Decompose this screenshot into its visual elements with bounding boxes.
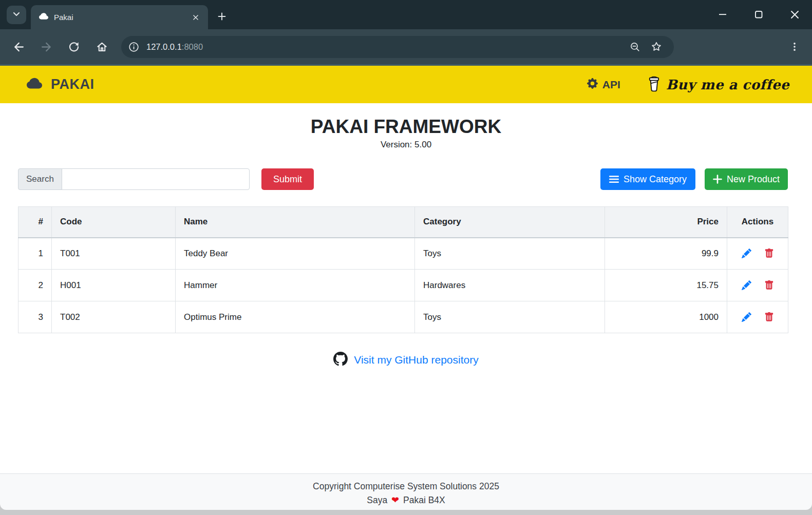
new-product-label: New Product xyxy=(727,174,780,185)
cell-category: Toys xyxy=(415,238,605,270)
new-product-button[interactable]: New Product xyxy=(705,168,788,190)
github-repo-link[interactable]: Visit my GitHub repository xyxy=(354,354,478,366)
url-bar[interactable]: 127.0.0.1:8080 xyxy=(121,36,674,58)
pencil-icon xyxy=(742,249,751,258)
tagline-suffix: Pakai B4X xyxy=(403,495,445,505)
trash-icon xyxy=(764,249,774,258)
cell-price: 99.9 xyxy=(605,238,727,270)
tab-close-button[interactable] xyxy=(190,11,202,24)
github-row: Visit my GitHub repository xyxy=(0,352,812,368)
controls-row: Search Submit Show Category New Product xyxy=(18,168,788,190)
edit-button[interactable] xyxy=(742,312,751,322)
cell-name: Hammer xyxy=(176,270,415,301)
url-port: :8080 xyxy=(182,42,203,51)
maximize-button[interactable] xyxy=(748,4,769,25)
app-navbar: PAKAI API Buy me a coffee xyxy=(0,66,812,103)
browser-window: Pakai xyxy=(0,0,812,515)
edit-button[interactable] xyxy=(742,249,751,258)
cell-name: Teddy Bear xyxy=(176,238,415,270)
products-table: # Code Name Category Price Actions 1 T00… xyxy=(18,206,788,333)
header-num: # xyxy=(18,207,52,238)
table-row: 2 H001 Hammer Hardwares 15.75 xyxy=(18,270,788,301)
show-category-button[interactable]: Show Category xyxy=(600,168,695,190)
pencil-icon xyxy=(742,312,751,322)
gear-icon xyxy=(587,78,598,91)
home-icon xyxy=(96,41,108,53)
edit-button[interactable] xyxy=(742,280,751,290)
url-text: 127.0.0.1:8080 xyxy=(146,42,625,52)
cloud-favicon-icon xyxy=(39,12,48,23)
header-actions: Actions xyxy=(727,207,788,238)
cell-price: 15.75 xyxy=(605,270,727,301)
tab-search-button[interactable] xyxy=(7,6,26,24)
hamburger-icon xyxy=(609,175,619,183)
close-window-button[interactable] xyxy=(784,4,805,25)
api-label: API xyxy=(602,79,620,91)
minimize-button[interactable] xyxy=(712,4,733,25)
search-input[interactable] xyxy=(62,168,250,190)
desktop-edge xyxy=(0,510,812,515)
cell-num: 3 xyxy=(18,301,52,333)
minimize-icon xyxy=(716,8,729,21)
plus-icon xyxy=(713,175,722,184)
reload-icon xyxy=(68,41,80,53)
github-icon xyxy=(333,352,348,368)
chevron-down-icon xyxy=(11,8,22,22)
page-version: Version: 5.00 xyxy=(0,140,812,150)
submit-button[interactable]: Submit xyxy=(261,168,314,190)
coffee-label: Buy me a coffee xyxy=(666,77,789,92)
cell-price: 1000 xyxy=(605,301,727,333)
delete-button[interactable] xyxy=(764,280,774,290)
table-header-row: # Code Name Category Price Actions xyxy=(18,207,788,238)
cell-category: Toys xyxy=(415,301,605,333)
header-category: Category xyxy=(415,207,605,238)
delete-button[interactable] xyxy=(764,249,774,258)
window-controls xyxy=(712,4,805,25)
trash-icon xyxy=(764,280,774,290)
home-button[interactable] xyxy=(91,36,112,57)
forward-button[interactable] xyxy=(36,36,56,57)
cloud-logo-icon xyxy=(25,76,44,93)
cell-code: H001 xyxy=(52,270,176,301)
kebab-menu-icon xyxy=(789,41,800,52)
page-content: PAKAI FRAMEWORK Version: 5.00 Search Sub… xyxy=(0,103,812,473)
coffee-cup-icon xyxy=(647,75,661,94)
table-row: 3 T002 Optimus Prime Toys 1000 xyxy=(18,301,788,333)
forward-arrow-icon xyxy=(40,41,53,53)
browser-tab[interactable]: Pakai xyxy=(31,5,208,29)
tab-title: Pakai xyxy=(54,13,190,22)
cell-num: 1 xyxy=(18,238,52,270)
delete-button[interactable] xyxy=(764,312,774,322)
close-icon xyxy=(788,8,801,21)
cell-actions xyxy=(727,301,788,333)
api-link[interactable]: API xyxy=(587,78,620,91)
cell-actions xyxy=(727,270,788,301)
back-arrow-icon xyxy=(12,41,25,53)
table-row: 1 T001 Teddy Bear Toys 99.9 xyxy=(18,238,788,270)
navbar-right: API Buy me a coffee xyxy=(587,75,789,94)
cell-code: T001 xyxy=(52,238,176,270)
heart-icon: ❤ xyxy=(390,495,401,505)
page-footer: Copyright Computerise System Solutions 2… xyxy=(0,473,812,510)
new-tab-button[interactable] xyxy=(213,8,231,25)
header-price: Price xyxy=(605,207,727,238)
zoom-out-icon xyxy=(629,41,641,53)
cell-num: 2 xyxy=(18,270,52,301)
browser-menu-button[interactable] xyxy=(784,36,805,57)
bookmark-button[interactable] xyxy=(646,36,667,57)
cell-actions xyxy=(727,238,788,270)
buy-me-a-coffee-link[interactable]: Buy me a coffee xyxy=(647,75,789,94)
copyright-text: Copyright Computerise System Solutions 2… xyxy=(0,480,812,493)
cell-code: T002 xyxy=(52,301,176,333)
search-label: Search xyxy=(18,168,62,190)
tagline-prefix: Saya xyxy=(367,495,387,505)
brand-link[interactable]: PAKAI xyxy=(25,76,95,93)
cell-category: Hardwares xyxy=(415,270,605,301)
back-button[interactable] xyxy=(8,36,29,57)
zoom-button[interactable] xyxy=(625,36,645,57)
search-group: Search xyxy=(18,168,250,190)
info-icon xyxy=(128,41,140,53)
reload-button[interactable] xyxy=(64,36,84,57)
url-host: 127.0.0.1 xyxy=(146,42,182,51)
site-info-button[interactable] xyxy=(125,39,142,55)
